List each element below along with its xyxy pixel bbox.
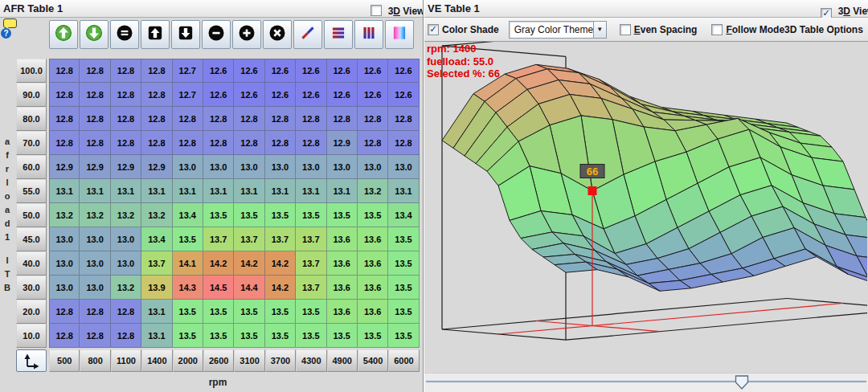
- table-cell[interactable]: 13.5: [327, 203, 358, 227]
- table-cell[interactable]: 13.5: [234, 300, 264, 324]
- row-header-cell[interactable]: 80.0: [16, 107, 47, 131]
- color-gradient-button[interactable]: [385, 20, 414, 49]
- table-cell[interactable]: 13.7: [296, 227, 326, 251]
- table-cell[interactable]: 13.4: [141, 227, 172, 251]
- table-cell[interactable]: 13.0: [80, 227, 110, 251]
- edit-pencil-button[interactable]: [293, 20, 322, 49]
- table-cell[interactable]: 12.8: [111, 300, 141, 324]
- table-cell[interactable]: 12.8: [203, 131, 234, 155]
- col-header-cell[interactable]: 800: [80, 349, 110, 372]
- table-cell[interactable]: 13.6: [327, 276, 358, 300]
- table-cell[interactable]: 14.2: [203, 251, 234, 276]
- table-cell[interactable]: 12.8: [80, 324, 110, 348]
- col-header-cell[interactable]: 3100: [234, 349, 264, 372]
- table-cell[interactable]: 13.0: [49, 251, 80, 276]
- table-cell[interactable]: 13.5: [234, 203, 264, 227]
- table-cell[interactable]: 13.6: [358, 300, 388, 324]
- table-cell[interactable]: 13.5: [173, 300, 203, 324]
- afr-3d-view-checkbox[interactable]: [371, 5, 382, 16]
- table-cell[interactable]: 12.6: [358, 59, 388, 83]
- table-cell[interactable]: 12.6: [327, 83, 358, 107]
- table-cell[interactable]: 13.0: [49, 276, 80, 300]
- table-cell[interactable]: 12.8: [49, 83, 80, 107]
- table-cell[interactable]: 13.5: [203, 324, 234, 348]
- table-cell[interactable]: 12.8: [141, 59, 172, 83]
- table-cell[interactable]: 12.8: [49, 324, 80, 348]
- table-cell[interactable]: 13.0: [80, 276, 110, 300]
- table-cell[interactable]: 13.6: [358, 227, 388, 251]
- table-cell[interactable]: 13.5: [327, 324, 358, 348]
- scale-by-button[interactable]: [263, 20, 292, 49]
- table-cell[interactable]: 12.8: [327, 107, 358, 131]
- table-cell[interactable]: 12.8: [141, 131, 172, 155]
- table-cell[interactable]: 12.8: [141, 107, 172, 131]
- help-question-icon[interactable]: ?: [1, 28, 11, 39]
- swap-axes-button[interactable]: [16, 349, 47, 372]
- table-cell[interactable]: 13.0: [327, 155, 358, 179]
- table-cell[interactable]: 13.0: [111, 251, 141, 276]
- table-cell[interactable]: 13.4: [388, 203, 419, 227]
- decrease-value-button[interactable]: [80, 20, 108, 49]
- table-cell[interactable]: 13.4: [173, 203, 203, 227]
- table-cell[interactable]: 13.7: [141, 251, 172, 276]
- table-cell[interactable]: 12.6: [296, 83, 326, 107]
- table-cell[interactable]: 12.6: [388, 83, 419, 107]
- interpolate-rows-button[interactable]: [324, 20, 353, 49]
- col-header-cell[interactable]: 6000: [388, 349, 419, 372]
- table-cell[interactable]: 12.8: [296, 131, 326, 155]
- decrease-by-button[interactable]: [202, 20, 231, 49]
- shift-up-button[interactable]: [141, 20, 170, 49]
- table-cell[interactable]: 12.9: [111, 155, 141, 179]
- table-cell[interactable]: 13.5: [296, 324, 326, 348]
- table-cell[interactable]: 13.0: [49, 227, 80, 251]
- row-header-cell[interactable]: 30.0: [16, 276, 47, 300]
- table-cell[interactable]: 13.5: [296, 300, 326, 324]
- table-cell[interactable]: 12.9: [141, 155, 172, 179]
- table-cell[interactable]: 13.5: [173, 227, 203, 251]
- table-cell[interactable]: 13.5: [388, 324, 419, 348]
- table-cell[interactable]: 14.1: [173, 251, 203, 276]
- table-cell[interactable]: 13.7: [265, 227, 296, 251]
- table-cell[interactable]: 12.8: [388, 131, 419, 155]
- table-cell[interactable]: 13.1: [388, 179, 419, 203]
- table-cell[interactable]: 12.8: [141, 83, 172, 107]
- table-cell[interactable]: 14.2: [234, 251, 264, 276]
- table-cell[interactable]: 13.5: [203, 300, 234, 324]
- col-header-cell[interactable]: 2600: [203, 349, 234, 372]
- table-cell[interactable]: 12.8: [234, 131, 264, 155]
- table-cell[interactable]: 12.8: [358, 107, 388, 131]
- col-header-cell[interactable]: 2000: [173, 349, 203, 372]
- table-cell[interactable]: 12.7: [173, 59, 203, 83]
- table-cell[interactable]: 13.5: [203, 203, 234, 227]
- table-cell[interactable]: 13.5: [173, 324, 203, 348]
- table-cell[interactable]: 12.8: [80, 83, 110, 107]
- table-cell[interactable]: 12.8: [265, 131, 296, 155]
- table-cell[interactable]: 12.8: [111, 107, 141, 131]
- table-cell[interactable]: 13.1: [203, 179, 234, 203]
- color-shade-checkbox[interactable]: ✓: [428, 24, 439, 35]
- table-cell[interactable]: 12.6: [296, 59, 326, 83]
- table-cell[interactable]: 13.5: [265, 324, 296, 348]
- table-cell[interactable]: 13.0: [296, 155, 326, 179]
- table-cell[interactable]: 13.2: [49, 203, 80, 227]
- row-header-cell[interactable]: 50.0: [16, 203, 47, 227]
- table-cell[interactable]: 13.7: [296, 251, 326, 276]
- table-cell[interactable]: 13.2: [111, 203, 141, 227]
- table-cell[interactable]: 13.7: [203, 227, 234, 251]
- table-cell[interactable]: 13.2: [80, 203, 110, 227]
- slider-thumb[interactable]: [735, 375, 749, 390]
- table-cell[interactable]: 13.0: [173, 155, 203, 179]
- table-cell[interactable]: 12.6: [203, 59, 234, 83]
- table-cell[interactable]: 12.8: [49, 300, 80, 324]
- table-cell[interactable]: 12.8: [80, 300, 110, 324]
- table-cell[interactable]: 12.8: [80, 131, 110, 155]
- table-cell[interactable]: 12.6: [203, 83, 234, 107]
- table-cell[interactable]: 13.0: [388, 155, 419, 179]
- table-cell[interactable]: 12.9: [327, 131, 358, 155]
- table-cell[interactable]: 12.7: [173, 83, 203, 107]
- table-cell[interactable]: 13.6: [358, 276, 388, 300]
- even-spacing-checkbox[interactable]: [620, 24, 631, 35]
- table-cell[interactable]: 12.8: [358, 131, 388, 155]
- table-cell[interactable]: 13.1: [296, 179, 326, 203]
- table-cell[interactable]: 12.8: [111, 59, 141, 83]
